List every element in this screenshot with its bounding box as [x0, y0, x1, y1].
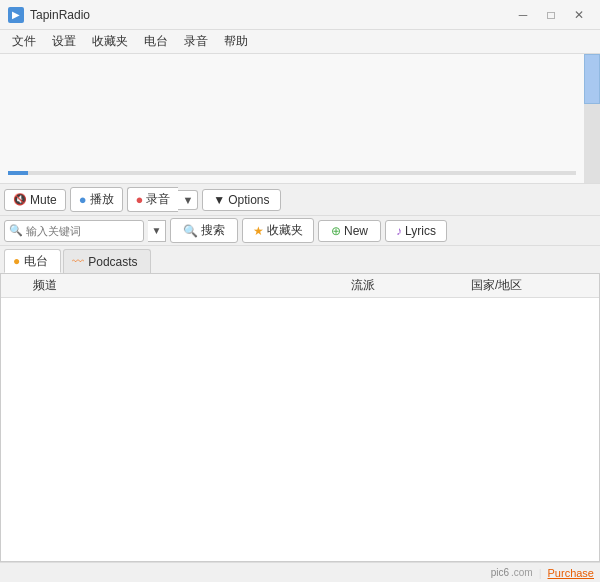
lyrics-label: Lyrics — [405, 224, 436, 238]
main-content: 频道 流派 国家/地区 — [0, 274, 600, 562]
tab-stations-label: 电台 — [24, 253, 48, 270]
table-header: 频道 流派 国家/地区 — [1, 274, 599, 298]
purchase-link[interactable]: Purchase — [548, 567, 594, 579]
menu-file[interactable]: 文件 — [4, 31, 44, 52]
search-bar: 🔍 ▼ 🔍 搜索 ★ 收藏夹 ⊕ New ♪ Lyrics — [0, 216, 600, 246]
new-label: New — [344, 224, 368, 238]
tab-bar: ● 电台 〰 Podcasts — [0, 246, 600, 274]
record-button[interactable]: ● 录音 — [127, 187, 179, 212]
record-label: 录音 — [146, 191, 170, 208]
minimize-button[interactable]: ─ — [510, 5, 536, 25]
col-header-name: 频道 — [33, 277, 351, 294]
lyrics-button[interactable]: ♪ Lyrics — [385, 220, 447, 242]
menu-favorites[interactable]: 收藏夹 — [84, 31, 136, 52]
search-btn-icon: 🔍 — [183, 224, 198, 238]
mute-label: Mute — [30, 193, 57, 207]
col-header-country: 国家/地区 — [471, 277, 591, 294]
menu-help[interactable]: 帮助 — [216, 31, 256, 52]
options-button[interactable]: ▼ Options — [202, 189, 280, 211]
fav-icon: ★ — [253, 224, 264, 238]
menu-station[interactable]: 电台 — [136, 31, 176, 52]
options-label: Options — [228, 193, 269, 207]
close-button[interactable]: ✕ — [566, 5, 592, 25]
watermark-icon: pic6 — [491, 567, 509, 578]
player-area — [0, 54, 600, 184]
col-header-genre: 流派 — [351, 277, 471, 294]
record-icon: ● — [136, 192, 144, 207]
record-dropdown[interactable]: ▼ — [178, 190, 198, 210]
play-label: 播放 — [90, 191, 114, 208]
app-title: TapinRadio — [30, 8, 510, 22]
mute-button[interactable]: 🔇 Mute — [4, 189, 66, 211]
search-dropdown[interactable]: ▼ — [148, 220, 166, 242]
progress-area — [8, 171, 576, 175]
search-icon: 🔍 — [9, 224, 23, 237]
menu-record[interactable]: 录音 — [176, 31, 216, 52]
tab-podcasts-label: Podcasts — [88, 255, 137, 269]
menu-settings[interactable]: 设置 — [44, 31, 84, 52]
search-container: 🔍 — [4, 220, 144, 242]
tab-podcasts[interactable]: 〰 Podcasts — [63, 249, 150, 273]
progress-track[interactable] — [8, 171, 576, 175]
table-body — [1, 298, 599, 562]
options-icon: ▼ — [213, 193, 225, 207]
control-bar: 🔇 Mute ● 播放 ● 录音 ▼ ▼ Options — [0, 184, 600, 216]
window-controls: ─ □ ✕ — [510, 5, 592, 25]
lyrics-icon: ♪ — [396, 224, 402, 238]
status-bar: pic6 .com | Purchase — [0, 562, 600, 582]
player-scrollbar-thumb[interactable] — [584, 54, 600, 104]
app-icon: ▶ — [8, 7, 24, 23]
player-scrollbar[interactable] — [584, 54, 600, 183]
search-input[interactable] — [26, 225, 126, 237]
new-button[interactable]: ⊕ New — [318, 220, 381, 242]
watermark: pic6 .com — [491, 567, 533, 578]
mute-icon: 🔇 — [13, 193, 27, 206]
new-icon: ⊕ — [331, 224, 341, 238]
title-bar: ▶ TapinRadio ─ □ ✕ — [0, 0, 600, 30]
tab-stations[interactable]: ● 电台 — [4, 249, 61, 273]
maximize-button[interactable]: □ — [538, 5, 564, 25]
menu-bar: 文件 设置 收藏夹 电台 录音 帮助 — [0, 30, 600, 54]
search-btn-label: 搜索 — [201, 222, 225, 239]
play-button[interactable]: ● 播放 — [70, 187, 123, 212]
search-button[interactable]: 🔍 搜索 — [170, 218, 238, 243]
tab-podcasts-icon: 〰 — [72, 255, 84, 269]
play-icon: ● — [79, 192, 87, 207]
favorites-button[interactable]: ★ 收藏夹 — [242, 218, 314, 243]
tab-stations-icon: ● — [13, 254, 20, 268]
progress-fill — [8, 171, 28, 175]
fav-label: 收藏夹 — [267, 222, 303, 239]
